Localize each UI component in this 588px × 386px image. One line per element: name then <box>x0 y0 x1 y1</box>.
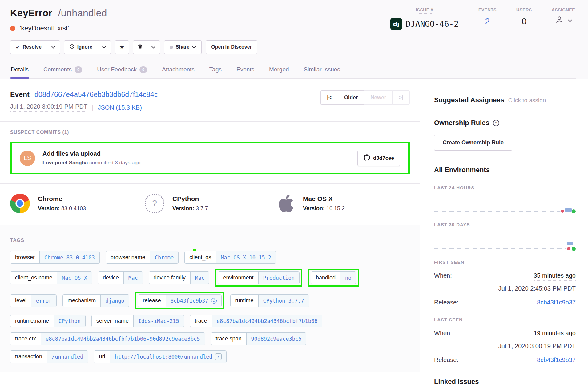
tab-events[interactable]: Events <box>236 62 255 78</box>
last-seen-relative: 19 minutes ago <box>534 330 576 338</box>
commit-author: Lovepreet Sangha <box>42 160 88 166</box>
issue-number-label: ISSUE # <box>416 7 433 14</box>
tag-pill-server_name: server_nameIdos-iMac-215 <box>91 315 184 327</box>
chevron-down-icon <box>568 19 572 22</box>
tag-key: environment <box>218 272 258 284</box>
suspect-commit-row: LS Add files via upload Lovepreet Sangha… <box>10 142 410 174</box>
tab-merged[interactable]: Merged <box>268 62 289 78</box>
newer-event-button[interactable]: Newer <box>364 90 393 105</box>
chevron-down-icon <box>151 46 155 49</box>
events-count[interactable]: 2 <box>485 17 490 26</box>
when-label: When: <box>434 272 452 279</box>
resolve-dropdown-button[interactable] <box>47 41 60 54</box>
tab-label: Events <box>236 66 254 73</box>
tag-value-link[interactable]: Chrome <box>150 251 178 263</box>
meta-issue-number: ISSUE # dj DJANGO-46-2 <box>390 7 459 30</box>
ownership-rules-title: Ownership Rules <box>434 119 489 127</box>
tab-similar-issues[interactable]: Similar Issues <box>303 62 341 78</box>
sparkline-baseline <box>434 248 576 249</box>
tag-value-link[interactable]: Mac <box>190 272 209 284</box>
tag-value-link[interactable]: CPython 3.7.7 <box>258 295 309 307</box>
tag-pill-transaction: transaction/unhandled <box>10 350 88 363</box>
tab-user-feedback[interactable]: User Feedback0 <box>96 62 148 78</box>
tag-pill-level: levelerror <box>10 294 57 307</box>
commit-time: committed 3 days ago <box>89 160 140 166</box>
info-icon[interactable]: i <box>211 298 217 304</box>
context-version: 83.0.4103 <box>61 205 86 211</box>
tag-value-link[interactable]: Production <box>258 272 299 284</box>
assignee-person-icon <box>554 15 564 27</box>
tag-key: mechanism <box>63 295 100 307</box>
all-environments-title: All Environments <box>434 166 576 174</box>
last-seen-release-link[interactable]: 8cb43f1c9b37 <box>537 356 576 364</box>
external-link-icon[interactable]: ↗ <box>215 353 222 360</box>
tag-value-link[interactable]: e8c87ba1dc494bb2a4346bcfbf7b1b06-90d892c… <box>41 333 205 345</box>
tag-value-link[interactable]: Mac OS X 10.15.2 <box>216 251 276 263</box>
ignore-button[interactable]: Ignore <box>64 41 98 54</box>
spark-blue-bar <box>565 208 572 212</box>
tag-value-link[interactable]: Chrome 83.0.4103 <box>39 251 99 263</box>
tag-value-link[interactable]: /unhandled <box>47 351 88 363</box>
event-json-link[interactable]: JSON (15.3 KB) <box>98 104 142 111</box>
tag-value-link[interactable]: error <box>31 295 56 307</box>
star-icon: ★ <box>119 44 124 50</box>
release-label: Release: <box>434 299 458 306</box>
ignore-dropdown-button[interactable] <box>98 41 111 54</box>
last-seen-date: Jul 1, 2020 3:00:19 PM PDT <box>434 343 576 350</box>
tab-label: Details <box>11 66 29 73</box>
tag-pill-client_os.name: client_os.nameMac OS X <box>10 271 92 284</box>
tag-value-link[interactable]: CPython <box>54 315 85 327</box>
action-toolbar: ✔ Resolve Ignore <box>10 40 576 54</box>
django-project-icon: dj <box>390 18 402 30</box>
tag-key: level <box>10 295 31 307</box>
tab-label: Similar Issues <box>304 66 340 73</box>
last-24-hours-label: LAST 24 HOURS <box>434 185 576 190</box>
tab-tags[interactable]: Tags <box>209 62 222 78</box>
event-label: Event <box>10 90 30 99</box>
older-event-button[interactable]: Older <box>338 90 364 105</box>
tag-key: runtime.name <box>10 315 54 327</box>
tab-attachments[interactable]: Attachments <box>161 62 195 78</box>
tag-pill-handled: handledno <box>311 271 356 284</box>
first-seen-release-link[interactable]: 8cb43f1c9b37 <box>537 299 576 306</box>
click-to-assign-hint[interactable]: Click to assign <box>508 97 546 104</box>
tag-pill-browser: browserChrome 83.0.4103 <box>10 251 100 264</box>
error-level-dot <box>10 26 15 31</box>
tag-value-link[interactable]: Mac <box>123 272 143 284</box>
newest-event-button[interactable]: >| <box>392 90 410 105</box>
tag-value-link[interactable]: http://localhost:8000/unhandled↗ <box>110 351 226 363</box>
avatar: LS <box>20 151 35 166</box>
commit-sha-button[interactable]: d3d7cee <box>357 151 400 166</box>
tag-pill-device: deviceMac <box>98 271 143 284</box>
tag-row: transaction/unhandledurlhttp://localhost… <box>10 350 410 363</box>
assignee-dropdown[interactable] <box>554 15 572 27</box>
open-in-discover-button[interactable]: Open in Discover <box>206 41 257 54</box>
tag-value-link[interactable]: no <box>340 272 356 284</box>
context-version: 3.7.7 <box>196 205 208 211</box>
tag-value-link[interactable]: django <box>100 295 129 307</box>
event-id-link[interactable]: d08d7667e4a5476eb3b3db6d7f14c84c <box>34 90 158 99</box>
delete-dropdown-button[interactable] <box>147 41 160 54</box>
ignore-icon <box>70 44 75 50</box>
tag-row: client_os.nameMac OS XdeviceMacdevice.fa… <box>10 269 410 287</box>
tab-details[interactable]: Details <box>10 62 29 78</box>
star-button[interactable]: ★ <box>115 41 129 54</box>
context-name: Mac OS X <box>303 195 345 203</box>
tag-value-link[interactable]: Mac OS X <box>57 272 92 284</box>
resolve-button[interactable]: ✔ Resolve <box>10 41 47 54</box>
tag-value-link[interactable]: 90d892c9eace3bc5 <box>246 333 306 345</box>
tag-value-link[interactable]: e8c87ba1dc494bb2a4346bcfbf7b1b06 <box>212 315 322 327</box>
tag-value-link[interactable]: 8cb43f1c9b37i <box>166 295 221 307</box>
meta-assignee: ASSIGNEE <box>552 7 575 30</box>
oldest-event-button[interactable]: |< <box>320 90 338 105</box>
tag-value-link[interactable]: Idos-iMac-215 <box>133 315 184 327</box>
create-ownership-rule-button[interactable]: Create Ownership Rule <box>434 135 512 151</box>
tag-pill-browser.name: browser.nameChrome <box>106 251 179 264</box>
last-30d-sparkline <box>434 246 576 250</box>
tab-comments[interactable]: Comments0 <box>43 62 83 78</box>
delete-button[interactable] <box>133 41 147 54</box>
share-button[interactable]: Share <box>164 41 201 54</box>
suggested-assignees-title: Suggested Assignees <box>434 96 504 104</box>
help-icon[interactable]: ? <box>493 120 499 126</box>
tag-key: device.family <box>149 272 190 284</box>
